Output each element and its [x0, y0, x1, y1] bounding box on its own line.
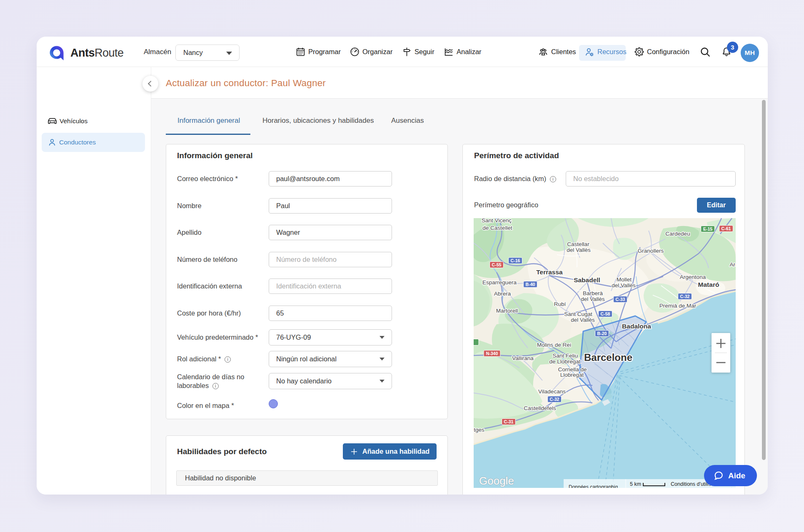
svg-text:Premià de Mar: Premià de Mar [659, 303, 697, 309]
svg-text:Martorell: Martorell [496, 308, 518, 314]
svg-text:C-32: C-32 [680, 294, 690, 299]
svg-text:Mataró: Mataró [698, 281, 719, 288]
svg-text:tges: tges [474, 427, 484, 433]
svg-text:Vallirana: Vallirana [512, 355, 534, 361]
svg-text:Sant Vicenç: Sant Vicenç [482, 218, 512, 224]
svg-text:Sant Feliu: Sant Feliu [553, 353, 578, 359]
svg-text:Molins de Rei: Molins de Rei [537, 342, 571, 348]
svg-text:Données cartographiq: Données cartographiq [569, 484, 618, 488]
svg-text:Abrera: Abrera [494, 291, 511, 297]
svg-text:C-55: C-55 [492, 262, 502, 267]
svg-text:Barberà: Barberà [583, 290, 603, 296]
svg-text:Badalona: Badalona [622, 323, 651, 330]
svg-text:C-61: C-61 [722, 226, 731, 231]
svg-text:Argentona: Argentona [680, 274, 706, 280]
svg-text:del Vallès: del Vallès [571, 317, 595, 323]
svg-text:Google: Google [479, 475, 514, 487]
svg-text:Are: Are [729, 261, 736, 268]
svg-text:Viladecans: Viladecans [538, 388, 566, 395]
svg-text:B-20: B-20 [597, 331, 607, 336]
svg-text:Esparreguera: Esparreguera [482, 279, 517, 286]
svg-text:Conditions d'utilis: Conditions d'utilis [671, 481, 711, 487]
svg-text:Sant Cugat: Sant Cugat [564, 311, 592, 317]
svg-text:E-15: E-15 [703, 226, 712, 231]
svg-text:del Vallès: del Vallès [612, 282, 636, 288]
svg-text:Castelldefels: Castelldefels [524, 405, 556, 411]
svg-text:C-58: C-58 [601, 311, 610, 316]
svg-text:C-31: C-31 [504, 419, 514, 424]
svg-text:Rubí: Rubí [554, 301, 566, 307]
svg-text:de Castellet: de Castellet [482, 225, 512, 231]
svg-text:Llobregat: Llobregat [560, 372, 584, 378]
svg-text:C-33: C-33 [616, 297, 625, 302]
svg-text:B-40: B-40 [526, 282, 535, 287]
svg-text:Mollet: Mollet [617, 276, 632, 283]
svg-text:Granollers: Granollers [638, 248, 664, 254]
svg-text:N-340: N-340 [486, 351, 498, 356]
svg-text:del Vallès: del Vallès [581, 296, 605, 302]
svg-text:Barcelone: Barcelone [584, 352, 632, 363]
svg-text:Cardedeu: Cardedeu [665, 231, 690, 237]
svg-text:Sabadell: Sabadell [574, 276, 600, 283]
svg-text:del Vallès: del Vallès [567, 247, 591, 253]
svg-text:C-32: C-32 [550, 397, 559, 402]
svg-text:de Llobregat: de Llobregat [549, 358, 580, 365]
svg-text:5 km: 5 km [630, 481, 641, 487]
svg-text:Castellar: Castellar [567, 241, 589, 247]
svg-text:C-16: C-16 [511, 258, 520, 263]
svg-text:Terrassa: Terrassa [536, 268, 563, 276]
